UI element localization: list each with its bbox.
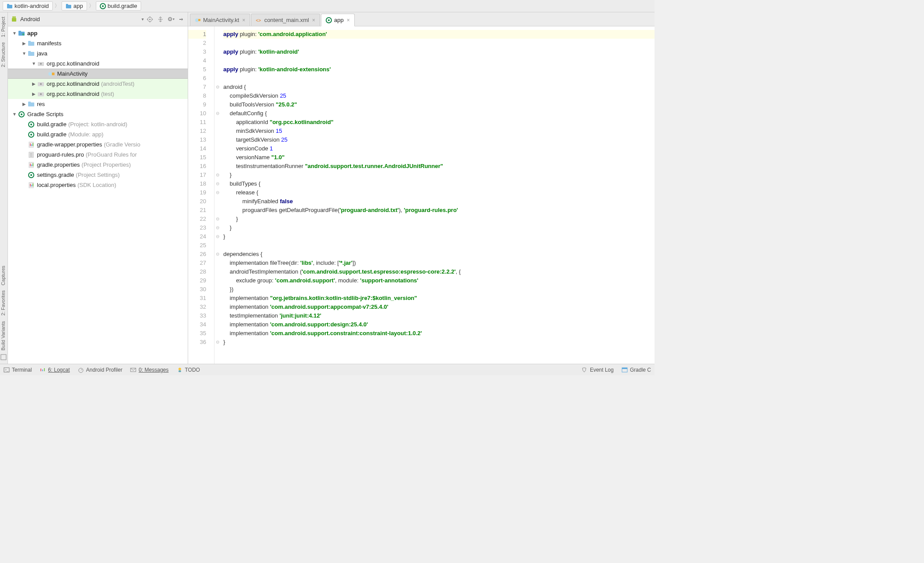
tree-suffix: (SDK Location): [77, 182, 116, 188]
svg-point-5: [102, 5, 104, 7]
tree-node-pkg-androidtest[interactable]: ▶ org.pcc.kotlinandroid (androidTest): [8, 79, 188, 89]
status-bar: >_Terminal 6: Logcat Android Profiler 0:…: [0, 364, 655, 375]
tree-suffix: (Module: app): [68, 131, 103, 138]
gradle-icon: [100, 3, 106, 9]
sync-icon[interactable]: [157, 16, 164, 23]
tree-label: gradle.properties: [37, 161, 80, 168]
tree-label: org.pcc.kotlinandroid: [47, 80, 99, 87]
tab-mainactivity[interactable]: MainActivity.kt ×: [190, 14, 250, 26]
gradle-icon: [326, 17, 332, 23]
tree-node-build-project[interactable]: build.gradle (Project: kotlin-android): [8, 119, 188, 129]
tree-node-build-module[interactable]: build.gradle (Module: app): [8, 129, 188, 139]
arrow-down-icon: ▼: [31, 61, 37, 66]
fold-column[interactable]: ⊖⊖⊖⊖⊖⊖⊖⊖⊖⊖: [215, 26, 221, 364]
tree-node-manifests[interactable]: ▶ manifests: [8, 38, 188, 48]
code-content[interactable]: apply plugin: 'com.android.application' …: [221, 26, 655, 364]
structure-tab[interactable]: 2: Structure: [0, 40, 6, 70]
editor-tabs: MainActivity.kt × <> content_main.xml × …: [188, 12, 655, 26]
todo-button[interactable]: TODO: [177, 367, 200, 373]
tree-label: settings.gradle: [37, 172, 74, 178]
messages-icon: [130, 367, 136, 373]
breadcrumb-bar: kotlin-android 〉 app 〉 build.gradle: [0, 0, 655, 12]
svg-point-33: [40, 93, 42, 95]
svg-rect-3: [66, 4, 68, 5]
svg-text:>_: >_: [5, 368, 8, 372]
svg-rect-1: [7, 4, 9, 5]
svg-point-55: [30, 174, 32, 176]
gradle-console-icon: [622, 367, 628, 373]
close-icon[interactable]: ×: [312, 17, 315, 23]
logcat-icon: [40, 367, 46, 373]
tree-node-pkg-main[interactable]: ▼ org.pcc.kotlinandroid: [8, 58, 188, 69]
gradle-icon: [27, 131, 35, 138]
tree-label: java: [37, 50, 47, 57]
arrow-right-icon: ▶: [31, 91, 37, 96]
tree-node-java[interactable]: ▼ java: [8, 48, 188, 58]
favorites-tab[interactable]: 2: Favorites: [0, 288, 6, 318]
tree-node-proguard[interactable]: proguard-rules.pro (ProGuard Rules for: [8, 150, 188, 160]
gradle-icon: [18, 111, 25, 118]
svg-text:<>: <>: [256, 18, 261, 23]
tree-node-mainactivity[interactable]: MainActivity: [8, 69, 188, 79]
chevron-right-icon: 〉: [88, 2, 95, 10]
breadcrumb-label: kotlin-android: [15, 3, 49, 9]
file-icon: [27, 151, 35, 158]
tab-contentmain[interactable]: <> content_main.xml ×: [251, 14, 320, 26]
build-variants-tab[interactable]: Build Variants: [0, 318, 6, 353]
svg-point-75: [178, 368, 181, 370]
chevron-right-icon: 〉: [54, 2, 61, 10]
svg-line-73: [131, 368, 133, 370]
svg-rect-76: [178, 370, 181, 372]
target-icon[interactable]: [146, 16, 153, 23]
profiler-button[interactable]: Android Profiler: [78, 367, 123, 373]
svg-point-21: [22, 33, 25, 35]
svg-rect-53: [33, 163, 33, 166]
folder-icon: [27, 40, 35, 47]
logcat-button[interactable]: 6: Logcat: [40, 367, 69, 373]
svg-rect-20: [18, 31, 21, 32]
messages-button[interactable]: 0: Messages: [130, 367, 168, 373]
eventlog-button[interactable]: Event Log: [582, 367, 614, 373]
collapse-icon[interactable]: [178, 16, 185, 23]
project-view-selector[interactable]: Android ▾: [11, 16, 144, 23]
tree-node-res[interactable]: ▶ res: [8, 99, 188, 109]
svg-rect-2: [66, 5, 71, 8]
tree-label: res: [37, 101, 45, 107]
corner-icon[interactable]: [0, 354, 7, 361]
tree-suffix: (Gradle Versio: [104, 141, 140, 148]
tree-node-gradle-properties[interactable]: gradle.properties (Project Properties): [8, 160, 188, 170]
svg-rect-35: [28, 102, 31, 103]
captures-tab[interactable]: Captures: [0, 263, 6, 288]
svg-rect-34: [28, 102, 34, 106]
tree-node-local-properties[interactable]: local.properties (SDK Location): [8, 180, 188, 190]
svg-rect-44: [31, 144, 32, 146]
tree-node-gradle-wrapper[interactable]: gradle-wrapper.properties (Gradle Versio: [8, 139, 188, 150]
properties-icon: [27, 141, 35, 148]
properties-icon: [27, 161, 35, 168]
svg-rect-7: [12, 18, 16, 22]
tab-app[interactable]: app ×: [321, 14, 355, 26]
sidebar-header: Android ▾ ⚙▾: [8, 12, 188, 26]
svg-rect-69: [44, 368, 45, 371]
project-tree[interactable]: ▼ app ▶ manifests ▼ java ▼ org.p: [8, 26, 188, 364]
terminal-icon: >_: [4, 367, 10, 373]
gradle-console-button[interactable]: Gradle C: [622, 367, 651, 373]
code-editor[interactable]: 1234567891011121314151617181920212223242…: [188, 26, 655, 364]
breadcrumb-item[interactable]: app: [62, 1, 87, 11]
tree-node-pkg-test[interactable]: ▶ org.pcc.kotlinandroid (test): [8, 89, 188, 99]
tree-node-gradle-scripts[interactable]: ▼ Gradle Scripts: [8, 109, 188, 119]
svg-rect-68: [42, 369, 43, 371]
tree-node-settings-gradle[interactable]: settings.gradle (Project Settings): [8, 170, 188, 180]
tab-label: content_main.xml: [264, 17, 309, 23]
project-tab[interactable]: 1: Project: [0, 14, 6, 40]
folder-icon: [27, 50, 35, 57]
close-icon[interactable]: ×: [347, 17, 350, 23]
gear-icon[interactable]: ⚙▾: [167, 16, 175, 23]
tree-node-app[interactable]: ▼ app: [8, 28, 188, 38]
breadcrumb-item[interactable]: build.gradle: [96, 1, 141, 11]
svg-rect-61: [198, 19, 200, 21]
svg-point-28: [48, 72, 52, 76]
terminal-button[interactable]: >_Terminal: [4, 367, 32, 373]
breadcrumb-item[interactable]: kotlin-android: [3, 1, 53, 11]
close-icon[interactable]: ×: [242, 17, 245, 23]
